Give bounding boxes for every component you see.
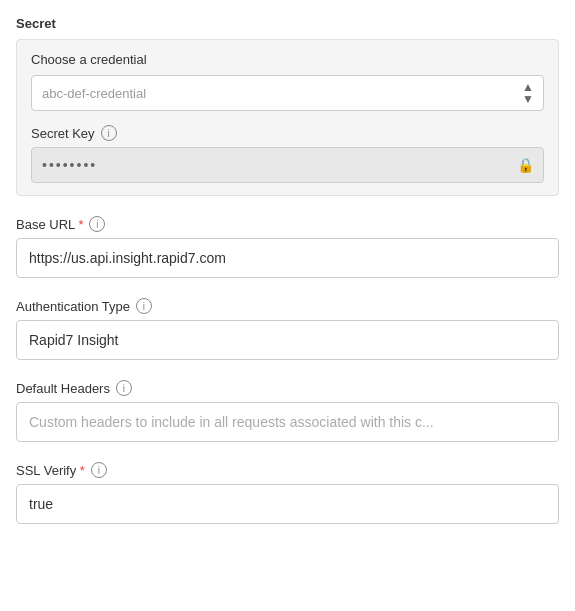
default-headers-label-row: Default Headers i xyxy=(16,380,559,396)
default-headers-field: Default Headers i xyxy=(16,380,559,442)
default-headers-label: Default Headers xyxy=(16,381,110,396)
ssl-verify-info-icon[interactable]: i xyxy=(91,462,107,478)
base-url-label-row: Base URL * i xyxy=(16,216,559,232)
ssl-verify-required-star: * xyxy=(80,463,85,478)
base-url-required-star: * xyxy=(78,217,83,232)
secret-section: Secret Choose a credential abc-def-crede… xyxy=(16,16,559,196)
authentication-type-info-icon[interactable]: i xyxy=(136,298,152,314)
secret-key-input[interactable] xyxy=(31,147,544,183)
base-url-input[interactable] xyxy=(16,238,559,278)
default-headers-info-icon[interactable]: i xyxy=(116,380,132,396)
base-url-label: Base URL * xyxy=(16,217,83,232)
ssl-verify-label-row: SSL Verify * i xyxy=(16,462,559,478)
lock-icon: 🔒 xyxy=(517,157,534,173)
secret-key-label: Secret Key xyxy=(31,126,95,141)
choose-credential-label: Choose a credential xyxy=(31,52,544,67)
default-headers-input[interactable] xyxy=(16,402,559,442)
secret-key-label-row: Secret Key i xyxy=(31,125,544,141)
secret-box: Choose a credential abc-def-credential ▲… xyxy=(16,39,559,196)
secret-key-info-icon[interactable]: i xyxy=(101,125,117,141)
ssl-verify-input[interactable] xyxy=(16,484,559,524)
ssl-verify-field: SSL Verify * i xyxy=(16,462,559,524)
base-url-info-icon[interactable]: i xyxy=(89,216,105,232)
secret-key-input-wrapper: 🔒 xyxy=(31,147,544,183)
credential-select-wrapper: abc-def-credential ▲ ▼ xyxy=(31,75,544,111)
ssl-verify-label: SSL Verify * xyxy=(16,463,85,478)
base-url-field: Base URL * i xyxy=(16,216,559,278)
authentication-type-label: Authentication Type xyxy=(16,299,130,314)
credential-select[interactable]: abc-def-credential xyxy=(31,75,544,111)
secret-section-label: Secret xyxy=(16,16,559,31)
authentication-type-label-row: Authentication Type i xyxy=(16,298,559,314)
authentication-type-input[interactable] xyxy=(16,320,559,360)
authentication-type-field: Authentication Type i xyxy=(16,298,559,360)
